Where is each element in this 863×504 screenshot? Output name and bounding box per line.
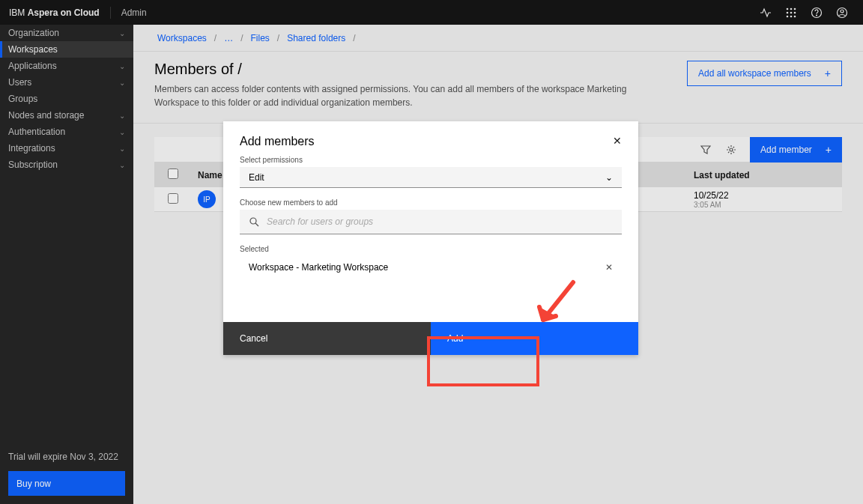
modal-title: Add members xyxy=(240,135,315,148)
svg-point-14 xyxy=(250,218,256,224)
chevron-down-icon: ⌄ xyxy=(605,172,613,183)
cancel-button[interactable]: Cancel xyxy=(223,322,431,355)
select-permissions-label: Select permissions xyxy=(240,156,622,164)
close-icon[interactable]: ✕ xyxy=(613,135,622,147)
search-icon xyxy=(249,216,259,227)
selected-item: Workspace - Marketing Workspace ✕ xyxy=(240,256,622,279)
permissions-select[interactable]: Edit ⌄ xyxy=(240,167,622,188)
choose-members-label: Choose new members to add xyxy=(240,198,622,207)
remove-selected-icon[interactable]: ✕ xyxy=(605,262,613,273)
add-button[interactable]: Add xyxy=(431,322,638,355)
selected-label: Selected xyxy=(240,245,622,253)
add-members-modal: Add members ✕ Select permissions Edit ⌄ … xyxy=(223,121,638,355)
member-search-input[interactable] xyxy=(267,216,613,227)
